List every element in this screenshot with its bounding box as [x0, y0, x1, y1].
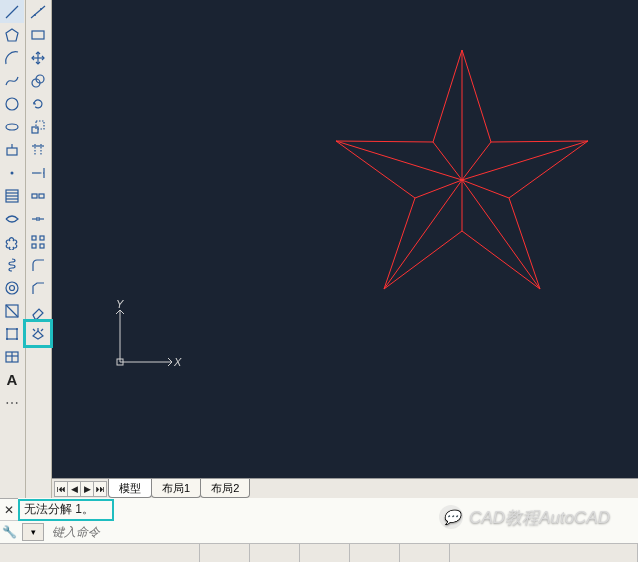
svg-point-25 [40, 8, 42, 10]
tab-nav-last[interactable]: ⏭ [93, 481, 107, 497]
command-input-line: 🔧 ▾ [0, 521, 638, 543]
svg-point-11 [6, 282, 18, 294]
app-window: A ⋯ [0, 0, 638, 498]
svg-rect-40 [39, 194, 44, 198]
model-space[interactable]: X Y ⏮ ◀ ▶ ⏭ 模型 布局1 布局2 [52, 0, 638, 498]
block-tool[interactable] [0, 138, 24, 161]
svg-rect-15 [7, 329, 17, 339]
erase-tool[interactable] [26, 299, 50, 322]
polygon-tool[interactable] [0, 23, 24, 46]
svg-text:X: X [173, 356, 182, 368]
arc-tool[interactable] [0, 46, 24, 69]
extend-tool[interactable] [26, 161, 50, 184]
svg-line-52 [462, 141, 588, 180]
svg-point-6 [11, 171, 14, 174]
svg-point-2 [6, 98, 18, 110]
array-tool[interactable] [26, 230, 50, 253]
svg-line-48 [41, 329, 43, 331]
command-input[interactable] [48, 523, 638, 541]
tab-layout1[interactable]: 布局1 [151, 479, 201, 498]
boundary-tool[interactable] [0, 299, 24, 322]
wipeout-tool[interactable] [0, 322, 24, 345]
svg-rect-39 [32, 194, 37, 198]
svg-line-54 [384, 180, 462, 289]
command-history-text: 无法分解 1。 [18, 498, 638, 521]
rotate-tool[interactable] [26, 92, 50, 115]
svg-rect-45 [32, 244, 36, 248]
point-tool[interactable] [0, 161, 24, 184]
command-history-dropdown[interactable]: ▾ [22, 523, 44, 541]
svg-point-18 [6, 338, 8, 340]
tab-nav-prev[interactable]: ◀ [67, 481, 81, 497]
text-tool[interactable]: A [0, 368, 24, 391]
command-settings-icon[interactable]: 🔧 [0, 522, 18, 542]
join-tool[interactable] [26, 207, 50, 230]
svg-line-23 [31, 6, 45, 18]
explode-tool[interactable] [26, 322, 50, 345]
ellipse-arc-tool[interactable] [0, 115, 24, 138]
copy-tool[interactable] [26, 69, 50, 92]
revcloud-tool[interactable] [0, 230, 24, 253]
drawing-canvas[interactable]: X Y [52, 0, 638, 478]
break-tool[interactable] [26, 184, 50, 207]
svg-line-49 [33, 329, 35, 331]
svg-marker-1 [6, 29, 18, 41]
table-tool[interactable] [0, 345, 24, 368]
svg-line-53 [462, 180, 540, 289]
move-tool[interactable] [26, 46, 50, 69]
svg-rect-32 [36, 121, 44, 129]
svg-point-19 [16, 338, 18, 340]
svg-point-16 [6, 328, 8, 330]
donut-tool[interactable] [0, 276, 24, 299]
layout-tabs: ⏮ ◀ ▶ ⏭ 模型 布局1 布局2 [52, 478, 638, 498]
svg-line-56 [462, 142, 491, 180]
svg-line-55 [336, 141, 462, 180]
tab-nav-next[interactable]: ▶ [80, 481, 94, 497]
svg-rect-44 [40, 236, 44, 240]
command-history-line: ✕ 无法分解 1。 [0, 499, 638, 521]
svg-point-12 [10, 285, 15, 290]
xline-tool[interactable] [26, 0, 50, 23]
chamfer-tool[interactable] [26, 276, 50, 299]
svg-rect-26 [32, 31, 44, 39]
command-area: ✕ 无法分解 1。 🔧 ▾ [0, 498, 638, 562]
ucs-icon: X Y [112, 300, 182, 370]
hatch-tool[interactable] [0, 184, 24, 207]
svg-text:Y: Y [116, 300, 124, 310]
svg-rect-4 [7, 148, 17, 155]
tab-nav-first[interactable]: ⏮ [54, 481, 68, 497]
svg-line-60 [433, 142, 462, 180]
spline-tool[interactable] [0, 69, 24, 92]
region-tool[interactable] [0, 207, 24, 230]
status-bar [0, 543, 638, 562]
fillet-tool[interactable] [26, 253, 50, 276]
scale-tool[interactable] [26, 115, 50, 138]
svg-line-0 [6, 6, 18, 18]
rectangle-tool[interactable] [26, 23, 50, 46]
svg-point-24 [34, 14, 36, 16]
more-tool[interactable]: ⋯ [0, 391, 24, 414]
circle-tool[interactable] [0, 92, 24, 115]
trim-tool[interactable] [26, 138, 50, 161]
tab-model[interactable]: 模型 [108, 479, 152, 498]
line-tool[interactable] [0, 0, 24, 23]
command-close-icon[interactable]: ✕ [0, 500, 18, 520]
star-drawing [52, 0, 638, 478]
svg-point-17 [16, 328, 18, 330]
svg-rect-31 [32, 127, 38, 133]
modify-toolbar [26, 0, 52, 498]
tab-layout2[interactable]: 布局2 [200, 479, 250, 498]
svg-rect-43 [32, 236, 36, 240]
svg-rect-46 [40, 244, 44, 248]
helix-tool[interactable] [0, 253, 24, 276]
svg-point-3 [6, 124, 18, 130]
draw-toolbar: A ⋯ [0, 0, 26, 498]
svg-line-14 [6, 305, 18, 317]
